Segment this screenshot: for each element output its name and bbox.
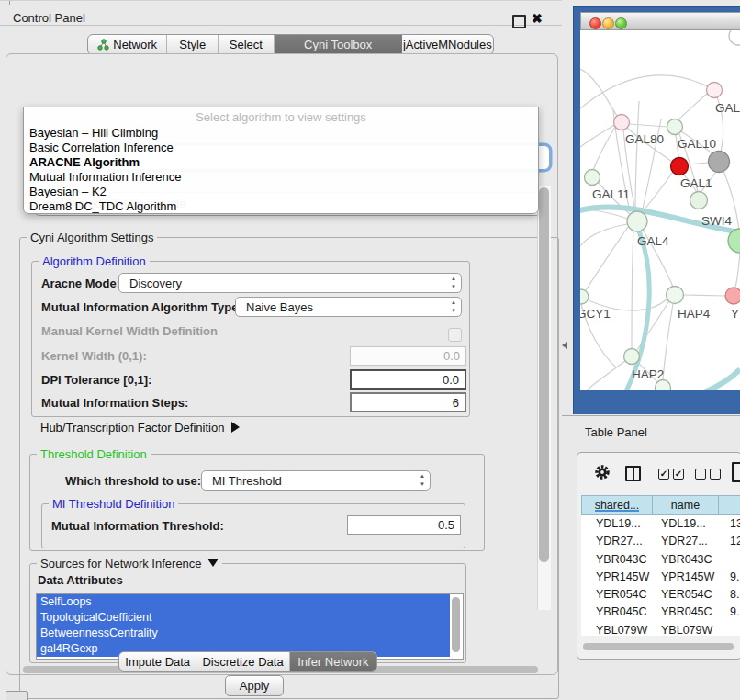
table-row[interactable]: YER054CYER054C8.: [581, 586, 740, 604]
window-minimize-icon[interactable]: [602, 17, 614, 29]
attribute-list-item[interactable]: BetweennessCentrality: [37, 626, 450, 641]
table-cell: 8.: [718, 586, 740, 604]
table-cell: YDR27...: [581, 533, 652, 550]
column-header-name[interactable]: name: [652, 495, 718, 515]
sources-title[interactable]: Sources for Network Inference: [37, 557, 222, 570]
dropdown-item-basic-correlation[interactable]: Basic Correlation Inference: [29, 141, 174, 155]
table-row[interactable]: YBR043CYBR043C: [581, 551, 740, 569]
network-node-gal80[interactable]: [614, 115, 630, 130]
tab-jactivemnodules[interactable]: jActiveMNodules: [402, 35, 493, 54]
algorithm-definition-title: Algorithm Definition: [39, 254, 150, 268]
network-node-hap2[interactable]: [624, 349, 640, 365]
node-label-swi4: SWI4: [701, 214, 732, 228]
table-panel-title: Table Panel: [585, 425, 647, 439]
mi-threshold-field[interactable]: 0.5: [347, 515, 461, 535]
network-node-gal7[interactable]: [707, 83, 723, 98]
dropdown-item-bayesian-hill-climbing[interactable]: Bayesian – Hill Climbing: [29, 126, 158, 141]
apply-button[interactable]: Apply: [225, 675, 284, 696]
kernel-width-label: Kernel Width (0,1):: [41, 349, 147, 363]
unchecked-checkbox-icon[interactable]: [695, 469, 706, 480]
network-window-titlebar[interactable]: [580, 12, 740, 30]
table-cell: YPR145W: [652, 569, 718, 586]
unchecked-checkbox-icon[interactable]: [710, 469, 721, 480]
bottom-corner-button[interactable]: [6, 691, 28, 700]
network-node-swi4[interactable]: [690, 192, 708, 209]
tab-select[interactable]: Select: [219, 35, 275, 54]
network-node[interactable]: [656, 380, 671, 390]
table-row[interactable]: YDL19...YDL19...13: [581, 515, 740, 533]
table-cell: YER054C: [652, 586, 718, 604]
table-cell: 13: [718, 515, 740, 533]
hub-transcription-factor-expander[interactable]: Hub/Transcription Factor Definition: [40, 421, 240, 435]
network-node-gal4[interactable]: [627, 211, 647, 231]
column-selector-icon[interactable]: [625, 466, 641, 481]
dropdown-item-mutual-information[interactable]: Mutual Information Inference: [29, 170, 181, 185]
table-row[interactable]: YDR27...YDR27...12: [581, 533, 740, 550]
attribute-list-item[interactable]: SelfLoops: [37, 594, 450, 610]
mi-steps-field[interactable]: 6: [350, 392, 466, 412]
checked-checkbox-icon[interactable]: ✓: [658, 469, 669, 480]
network-node-hap4[interactable]: [667, 287, 684, 304]
which-threshold-combobox[interactable]: MI Threshold ▲▼: [201, 470, 431, 491]
table-cell: YDL19...: [652, 515, 718, 533]
node-label-gcy1: GCY1: [580, 307, 611, 321]
manual-kernel-width-checkbox[interactable]: [448, 328, 462, 342]
dropdown-item-bayesian-k2[interactable]: Bayesian – K2: [29, 185, 107, 199]
document-icon[interactable]: [732, 462, 740, 482]
dpi-tolerance-field[interactable]: 0.0: [350, 369, 466, 390]
node-label-y: Y: [731, 307, 739, 321]
node-attribute-table[interactable]: shared... name YDL19...YDL19...13YDR27..…: [581, 495, 740, 636]
node-label-gal4: GAL4: [637, 234, 669, 248]
node-label-gal1: GAL1: [680, 176, 712, 190]
tab-network[interactable]: Network: [88, 35, 167, 54]
tab-cyni-toolbox[interactable]: Cyni Toolbox: [275, 35, 402, 54]
mi-algorithm-type-combobox[interactable]: Naive Bayes ▲▼: [235, 297, 462, 317]
algorithm-definition-group: Algorithm Definition Aracne Mode: Discov…: [31, 261, 470, 417]
table-horizontal-scrollbar[interactable]: [583, 643, 734, 650]
window-zoom-icon[interactable]: [615, 17, 627, 29]
data-attributes-list[interactable]: SelfLoopsTopologicalCoefficientBetweenne…: [36, 593, 464, 660]
tab-infer-network[interactable]: Infer Network: [290, 652, 376, 671]
network-canvas[interactable]: GAL7GAL80GAL10GAL1GAL11SWI4GAL4GCY1HAP4Y…: [580, 30, 740, 390]
network-node-gal11[interactable]: [585, 170, 600, 186]
aracne-mode-combobox[interactable]: Discovery ▲▼: [118, 273, 462, 293]
table-row[interactable]: YBL079WYBL079W: [581, 622, 740, 636]
attribute-list-scrollbar[interactable]: [452, 597, 460, 652]
gear-icon[interactable]: [594, 464, 611, 480]
column-header-shared-name[interactable]: shared...: [581, 495, 652, 515]
sort-indicator: [595, 510, 639, 512]
manual-kernel-width-label: Manual Kernel Width Definition: [41, 324, 218, 338]
network-edges: [580, 69, 740, 390]
close-icon[interactable]: ✖: [532, 11, 543, 26]
window-close-icon[interactable]: [589, 17, 601, 29]
tab-style[interactable]: Style: [167, 35, 219, 54]
dropdown-item-dream8[interactable]: Dream8 DC_TDC Algorithm: [29, 199, 176, 214]
column-header-partial[interactable]: [718, 495, 740, 515]
which-threshold-label: Which threshold to use:: [65, 474, 201, 488]
network-node-gcy1[interactable]: [580, 289, 589, 304]
table-panel-box: ✓ ✓ shared... name YDL19...YDL19...13YDR…: [577, 452, 740, 660]
float-window-icon[interactable]: [512, 15, 526, 28]
table-cell: YBR043C: [581, 551, 652, 569]
kernel-width-field[interactable]: 0.0: [350, 346, 466, 366]
checked-checkbox-icon[interactable]: ✓: [673, 469, 684, 480]
combo-arrows-icon: ▲▼: [451, 299, 456, 315]
panel-divider-collapse-icon[interactable]: [562, 342, 567, 349]
table-row[interactable]: YBR045CYBR045C9.: [581, 604, 740, 621]
attribute-list-item[interactable]: TopologicalCoefficient: [37, 610, 450, 626]
network-node[interactable]: [729, 30, 740, 45]
tab-impute-data[interactable]: Impute Data: [119, 652, 196, 671]
settings-scrollbar-thumb[interactable]: [539, 187, 549, 562]
network-node[interactable]: [709, 152, 730, 173]
network-node-gal10[interactable]: [667, 119, 683, 135]
table-row[interactable]: YPR145WYPR145W9.: [581, 569, 740, 586]
network-node-y[interactable]: [725, 288, 740, 304]
tab-discretize-data[interactable]: Discretize Data: [196, 652, 289, 671]
dropdown-item-aracne[interactable]: ARACNE Algorithm: [29, 155, 140, 170]
network-node-gal1[interactable]: [671, 158, 689, 175]
node-label-hap2: HAP2: [632, 367, 664, 381]
dpi-tolerance-label: DPI Tolerance [0,1]:: [41, 373, 151, 387]
table-cell: 12: [718, 533, 740, 550]
table-cell: [718, 551, 740, 569]
threshold-definition-title: Threshold Definition: [37, 447, 151, 461]
